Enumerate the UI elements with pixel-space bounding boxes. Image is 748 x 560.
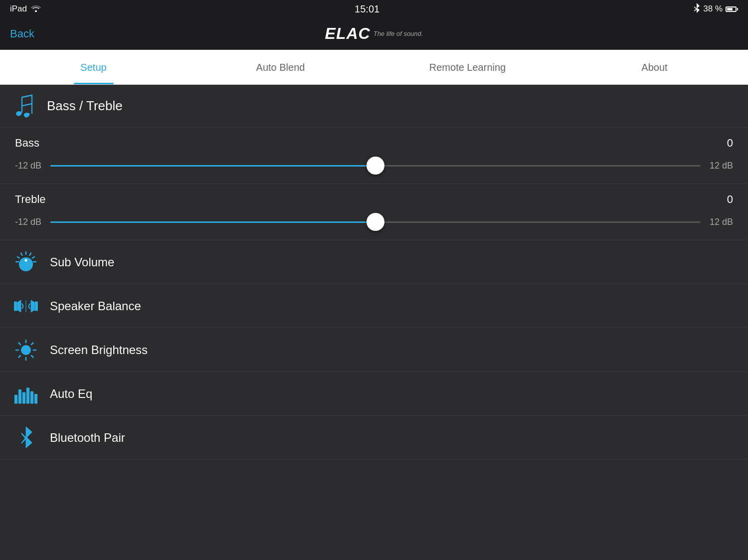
svg-line-1: [22, 104, 32, 106]
treble-max-label: 12 dB: [710, 217, 733, 227]
tab-bar: Setup Auto Blend Remote Learning About: [0, 50, 748, 85]
status-bar: iPad 15:01 38 %: [0, 0, 748, 18]
svg-marker-16: [31, 300, 35, 313]
bluetooth-pair-item[interactable]: Bluetooth Pair: [0, 416, 748, 460]
treble-min-label: -12 dB: [15, 217, 41, 227]
tab-auto-blend[interactable]: Auto Blend: [187, 50, 374, 84]
bass-treble-title: Bass / Treble: [47, 98, 123, 114]
back-button[interactable]: Back: [10, 27, 34, 40]
knob-icon: [12, 250, 40, 274]
bass-max-label: 12 dB: [710, 161, 733, 171]
status-left: iPad: [10, 4, 41, 14]
svg-rect-31: [30, 391, 33, 403]
speaker-balance-item[interactable]: Speaker Balance: [0, 284, 748, 328]
bass-slider-section: Bass 0 -12 dB 12 dB: [0, 128, 748, 184]
bass-treble-section-header: Bass / Treble: [0, 85, 748, 128]
sub-volume-label: Sub Volume: [50, 255, 114, 269]
logo-elac: ELAC: [325, 24, 371, 43]
bluetooth-icon: [693, 3, 700, 15]
svg-line-9: [17, 257, 19, 258]
svg-line-25: [31, 343, 33, 345]
bass-value: 0: [727, 137, 733, 150]
bass-label: Bass: [15, 137, 39, 150]
svg-line-6: [32, 257, 34, 258]
battery-percent: 38 %: [703, 4, 723, 14]
treble-slider[interactable]: [50, 213, 701, 231]
svg-rect-15: [35, 301, 38, 311]
balance-icon: [12, 294, 40, 318]
treble-slider-section: Treble 0 -12 dB 12 dB: [0, 184, 748, 240]
auto-eq-item[interactable]: Auto Eq: [0, 372, 748, 416]
battery-icon: [726, 6, 738, 12]
time-display: 15:01: [355, 3, 379, 15]
treble-label: Treble: [15, 193, 46, 206]
speaker-balance-label: Speaker Balance: [50, 299, 141, 313]
logo-tagline: The life of sound.: [374, 30, 423, 37]
device-label: iPad: [10, 4, 27, 14]
screen-brightness-label: Screen Brightness: [50, 343, 148, 357]
bass-min-label: -12 dB: [15, 161, 41, 171]
sub-volume-item[interactable]: Sub Volume: [0, 240, 748, 284]
bass-slider[interactable]: [50, 157, 701, 175]
svg-point-18: [21, 345, 31, 355]
svg-line-23: [19, 343, 21, 345]
svg-line-5: [30, 253, 31, 255]
svg-line-24: [31, 356, 33, 358]
bluetooth-pair-icon: [12, 426, 40, 450]
bluetooth-pair-label: Bluetooth Pair: [50, 431, 125, 445]
tab-about[interactable]: About: [561, 50, 748, 84]
svg-rect-29: [22, 392, 25, 403]
svg-rect-13: [14, 301, 17, 311]
svg-line-26: [19, 356, 21, 358]
wifi-icon: [31, 4, 41, 14]
eq-icon: [12, 382, 40, 406]
status-right: 38 %: [693, 3, 738, 15]
logo-area: ELAC The life of sound.: [325, 24, 423, 43]
svg-point-12: [25, 259, 27, 261]
screen-brightness-item[interactable]: Screen Brightness: [0, 328, 748, 372]
svg-rect-27: [14, 394, 17, 403]
nav-bar: Back ELAC The life of sound.: [0, 18, 748, 50]
tab-remote-learning[interactable]: Remote Learning: [374, 50, 561, 84]
brightness-icon: [12, 338, 40, 362]
svg-rect-30: [26, 387, 29, 403]
content-area: Bass / Treble Bass 0 -12 dB 12 dB Treble…: [0, 85, 748, 460]
auto-eq-label: Auto Eq: [50, 387, 92, 401]
svg-rect-28: [18, 389, 21, 403]
treble-value: 0: [727, 193, 733, 206]
music-note-icon: [12, 94, 37, 119]
svg-line-8: [21, 253, 22, 255]
tab-setup[interactable]: Setup: [0, 50, 187, 84]
svg-rect-32: [34, 394, 37, 404]
svg-marker-14: [17, 300, 21, 313]
svg-line-0: [22, 95, 32, 97]
